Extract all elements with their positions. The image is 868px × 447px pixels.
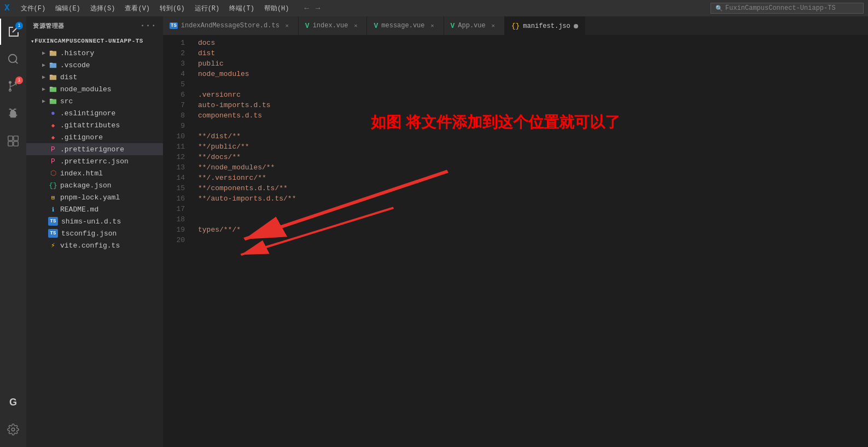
sidebar-item-pnpm-lock[interactable]: ⊞ pnpm-lock.yaml <box>26 191 163 203</box>
svg-point-11 <box>11 428 15 431</box>
svg-rect-7 <box>8 136 13 140</box>
code-line-8: components.d.ts <box>198 110 868 121</box>
sidebar-item-eslintignore[interactable]: ● .eslintignore <box>26 107 163 119</box>
activity-accounts[interactable]: G <box>0 389 26 415</box>
code-line-9 <box>198 121 868 131</box>
activity-run-debug[interactable] <box>0 101 26 127</box>
tab-close-1[interactable]: ✕ <box>283 21 292 30</box>
sidebar-menu-button[interactable]: ··· <box>140 21 156 31</box>
tab-index-and-message-store[interactable]: TS indexAndMessageStore.d.ts ✕ <box>163 16 299 35</box>
code-line-17 <box>198 204 868 214</box>
menu-goto[interactable]: 转到(G) <box>155 3 189 14</box>
tab-dot-5 <box>574 24 578 28</box>
sidebar-item-prettierrc[interactable]: P .prettierrc.json <box>26 155 163 167</box>
prettierrc-label: .prettierrc.json <box>60 157 163 166</box>
search-text: FuxinCampusConnect-Uniapp-TS <box>725 4 836 12</box>
tab-message-vue[interactable]: V message.vue ✕ <box>367 16 444 35</box>
history-label: .history <box>60 49 163 57</box>
search-bar[interactable]: 🔍 FuxinCampusConnect-Uniapp-TS <box>710 3 864 14</box>
gitignore-icon: ◆ <box>48 133 58 142</box>
activity-source-control[interactable]: 1 <box>0 73 26 99</box>
editor-content[interactable]: 1 2 3 4 5 6 7 8 9 10 11 12 13 14 15 16 1… <box>163 36 868 447</box>
prettierrc-icon: P <box>48 157 58 166</box>
sidebar-item-vscode[interactable]: ▶ .vscode <box>26 59 163 71</box>
back-button[interactable]: ← <box>302 3 311 14</box>
src-label: src <box>60 97 163 105</box>
sidebar-item-readme[interactable]: ℹ README.md <box>26 203 163 215</box>
dist-arrow: ▶ <box>39 73 48 81</box>
menu-select[interactable]: 选择(S) <box>86 3 120 14</box>
svg-rect-19 <box>50 87 53 89</box>
sidebar-item-shims[interactable]: TS shims-uni.d.ts <box>26 215 163 227</box>
node-modules-arrow: ▶ <box>39 85 48 93</box>
sidebar-item-dist[interactable]: ▶ dist <box>26 71 163 83</box>
vscode-arrow: ▶ <box>39 61 48 69</box>
root-folder-label: FUXINCAMPUSCONNECT-UNIAPP-TS <box>34 38 143 44</box>
root-arrow: ▾ <box>31 38 34 45</box>
menu-edit[interactable]: 编辑(E) <box>51 3 85 14</box>
sidebar-item-gitattributes[interactable]: ◆ .gitattributes <box>26 119 163 131</box>
code-line-4: node_modules <box>198 69 868 79</box>
tab-close-4[interactable]: ✕ <box>489 21 498 30</box>
menu-help[interactable]: 帮助(H) <box>260 3 294 14</box>
source-control-badge: 1 <box>15 77 23 84</box>
code-line-7: auto-imports.d.ts <box>198 100 868 110</box>
menu-bar: 文件(F) 编辑(E) 选择(S) 查看(V) 转到(G) 运行(R) 终端(T… <box>16 3 294 14</box>
sidebar-item-node-modules[interactable]: ▶ node_modules <box>26 83 163 95</box>
tab-manifest[interactable]: {} manifest.jso <box>505 16 585 35</box>
sidebar-item-vite-config[interactable]: ⚡ vite.config.ts <box>26 239 163 251</box>
code-line-11: **/public/** <box>198 142 868 152</box>
code-line-2: dist <box>198 48 868 58</box>
svg-line-1 <box>15 61 18 63</box>
activity-search[interactable] <box>0 46 26 72</box>
readme-icon: ℹ <box>48 205 58 214</box>
tab-index-vue[interactable]: V index.vue ✕ <box>299 16 368 35</box>
forward-button[interactable]: → <box>313 3 322 14</box>
sidebar-item-gitignore[interactable]: ◆ .gitignore <box>26 131 163 143</box>
eslint-icon: ● <box>48 109 58 117</box>
tab-close-2[interactable]: ✕ <box>351 21 360 30</box>
menu-file[interactable]: 文件(F) <box>16 3 50 14</box>
menu-terminal[interactable]: 终端(T) <box>225 3 259 14</box>
menu-run[interactable]: 运行(R) <box>190 3 224 14</box>
sidebar-item-tsconfig[interactable]: TS tsconfig.json <box>26 227 163 239</box>
code-line-1: docs <box>198 38 868 48</box>
html-icon: ⬡ <box>48 169 58 178</box>
vscode-label: .vscode <box>60 61 163 69</box>
activity-settings[interactable] <box>0 416 26 443</box>
menu-view[interactable]: 查看(V) <box>120 3 154 14</box>
code-line-12: **/docs/** <box>198 152 868 162</box>
gitattributes-icon: ◆ <box>48 121 58 130</box>
package-json-label: package.json <box>60 181 163 190</box>
sidebar-item-src[interactable]: ▶ src <box>26 95 163 107</box>
readme-label: README.md <box>60 205 163 214</box>
vite-icon: ⚡ <box>48 241 58 250</box>
activity-explorer[interactable]: 1 <box>0 19 26 45</box>
shims-icon: TS <box>48 217 58 226</box>
sidebar-item-prettierignore[interactable]: P .prettierignore <box>26 143 163 155</box>
sidebar-item-index-html[interactable]: ⬡ index.html <box>26 167 163 179</box>
svg-rect-9 <box>8 142 13 146</box>
dist-label: dist <box>60 73 163 81</box>
code-line-18 <box>198 214 868 225</box>
sidebar-item-history[interactable]: ▶ .history <box>26 47 163 59</box>
node-modules-folder-icon <box>48 85 58 93</box>
svg-rect-21 <box>50 99 53 101</box>
tab-label-2: index.vue <box>313 22 348 30</box>
code-line-3: public <box>198 58 868 69</box>
code-editor[interactable]: docs dist public node_modules .versionrc… <box>189 36 868 447</box>
pnpm-lock-label: pnpm-lock.yaml <box>60 193 163 202</box>
vscode-logo: X <box>4 3 10 13</box>
sidebar-header: 资源管理器 ··· <box>26 16 163 35</box>
tab-close-3[interactable]: ✕ <box>428 21 437 30</box>
root-folder[interactable]: ▾ FUXINCAMPUSCONNECT-UNIAPP-TS <box>26 35 163 47</box>
code-line-15: **/components.d.ts/** <box>198 183 868 193</box>
sidebar-item-package-json[interactable]: {} package.json <box>26 179 163 191</box>
tab-app-vue[interactable]: V App.vue ✕ <box>444 16 505 35</box>
src-arrow: ▶ <box>39 97 48 105</box>
code-line-19: types/**/* <box>198 225 868 235</box>
title-bar: X 文件(F) 编辑(E) 选择(S) 查看(V) 转到(G) 运行(R) 终端… <box>0 0 868 16</box>
code-line-6: .versionrc <box>198 90 868 100</box>
activity-extensions[interactable] <box>0 128 26 154</box>
tab-vue-icon-3: V <box>374 22 378 30</box>
